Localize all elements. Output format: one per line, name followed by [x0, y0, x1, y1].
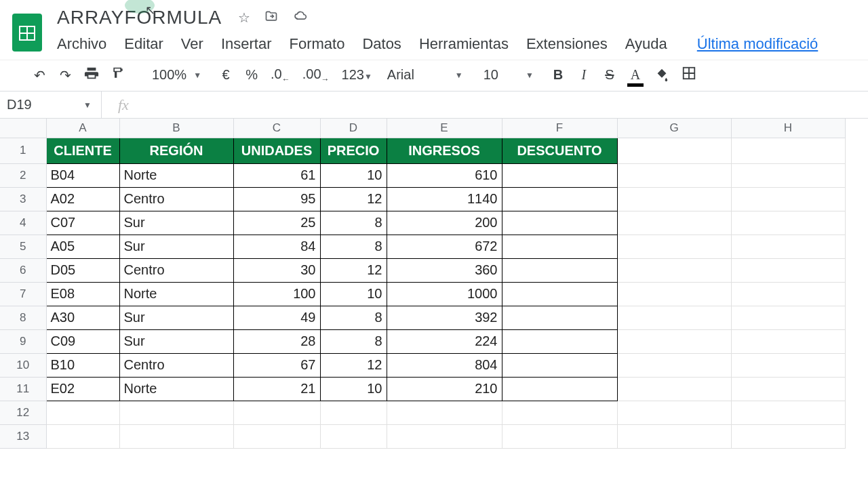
cell[interactable]: 61: [233, 163, 320, 187]
currency-format-button[interactable]: €: [219, 67, 233, 83]
cell[interactable]: B04: [46, 163, 119, 187]
menu-insertar[interactable]: Insertar: [221, 35, 272, 53]
row-header-8[interactable]: 8: [0, 306, 46, 329]
cell[interactable]: 8: [320, 329, 387, 353]
cell[interactable]: B10: [46, 353, 119, 377]
cell[interactable]: Sur: [119, 211, 233, 235]
cloud-status-icon[interactable]: [292, 9, 309, 26]
cell[interactable]: [387, 401, 502, 424]
cell[interactable]: 12: [320, 258, 387, 282]
cell[interactable]: Centro: [119, 187, 233, 211]
cell[interactable]: [731, 235, 845, 258]
cell[interactable]: 8: [320, 235, 387, 258]
cell[interactable]: E08: [46, 282, 119, 306]
cell[interactable]: Sur: [119, 235, 233, 258]
cell[interactable]: A05: [46, 235, 119, 258]
cell[interactable]: [617, 424, 731, 448]
cell[interactable]: 12: [320, 353, 387, 377]
cell[interactable]: [320, 424, 387, 448]
cell[interactable]: [617, 163, 731, 187]
cell[interactable]: 12: [320, 187, 387, 211]
header-b[interactable]: REGIÓN: [119, 138, 233, 163]
col-header-E[interactable]: E: [387, 119, 502, 138]
cell[interactable]: [617, 258, 731, 282]
header-f[interactable]: DESCUENTO: [502, 138, 617, 163]
cell[interactable]: [502, 187, 617, 211]
cell[interactable]: 804: [387, 353, 502, 377]
cell[interactable]: [233, 424, 320, 448]
row-header-4[interactable]: 4: [0, 211, 46, 235]
move-folder-icon[interactable]: [264, 9, 279, 26]
cell[interactable]: [731, 424, 845, 448]
fill-color-button[interactable]: [654, 68, 669, 83]
col-header-H[interactable]: H: [731, 119, 845, 138]
cell[interactable]: [502, 306, 617, 329]
cell[interactable]: 49: [233, 306, 320, 329]
text-color-button[interactable]: A: [629, 67, 642, 83]
spreadsheet-grid[interactable]: ABCDEFGH1CLIENTEREGIÓNUNIDADESPRECIOINGR…: [0, 119, 868, 449]
cell[interactable]: Norte: [119, 163, 233, 187]
font-select[interactable]: Arial ▼: [387, 67, 463, 83]
cell[interactable]: [46, 401, 119, 424]
cell[interactable]: 84: [233, 235, 320, 258]
cell[interactable]: [502, 353, 617, 377]
cell[interactable]: 30: [233, 258, 320, 282]
cell[interactable]: [502, 401, 617, 424]
menu-datos[interactable]: Datos: [362, 35, 401, 53]
bold-button[interactable]: B: [551, 67, 565, 83]
cell[interactable]: [233, 401, 320, 424]
cell[interactable]: [502, 424, 617, 448]
menu-ayuda[interactable]: Ayuda: [625, 35, 667, 53]
row-header-9[interactable]: 9: [0, 329, 46, 353]
row-header-1[interactable]: 1: [0, 138, 46, 163]
col-header-B[interactable]: B: [119, 119, 233, 138]
cell[interactable]: Norte: [119, 377, 233, 401]
col-header-F[interactable]: F: [502, 119, 617, 138]
increase-decimal-button[interactable]: .00→: [302, 66, 330, 84]
menu-ver[interactable]: Ver: [181, 35, 203, 53]
cell[interactable]: [617, 306, 731, 329]
menu-formato[interactable]: Formato: [289, 35, 344, 53]
cell[interactable]: [731, 282, 845, 306]
name-box[interactable]: D19 ▼: [0, 92, 102, 118]
row-header-7[interactable]: 7: [0, 282, 46, 306]
cell[interactable]: [731, 377, 845, 401]
last-modification-link[interactable]: Última modificació: [697, 35, 818, 53]
cell[interactable]: 100: [233, 282, 320, 306]
col-header-D[interactable]: D: [320, 119, 387, 138]
menu-editar[interactable]: Editar: [124, 35, 163, 53]
undo-button[interactable]: ↶: [33, 67, 46, 83]
cell[interactable]: [731, 163, 845, 187]
row-header-5[interactable]: 5: [0, 235, 46, 258]
paint-format-button[interactable]: [111, 66, 125, 84]
cell[interactable]: [502, 329, 617, 353]
header-e[interactable]: INGRESOS: [387, 138, 502, 163]
cell[interactable]: 67: [233, 353, 320, 377]
cell[interactable]: 672: [387, 235, 502, 258]
cell[interactable]: A02: [46, 187, 119, 211]
zoom-select[interactable]: 100% ▼: [152, 67, 201, 83]
cell[interactable]: [46, 424, 119, 448]
cell[interactable]: [119, 401, 233, 424]
cell[interactable]: [731, 306, 845, 329]
percent-format-button[interactable]: %: [245, 67, 258, 83]
cell[interactable]: [617, 353, 731, 377]
header-c[interactable]: UNIDADES: [233, 138, 320, 163]
cell[interactable]: [320, 401, 387, 424]
cell[interactable]: [731, 187, 845, 211]
borders-button[interactable]: [682, 66, 696, 84]
cell[interactable]: Norte: [119, 282, 233, 306]
cell[interactable]: [617, 235, 731, 258]
cell[interactable]: [617, 401, 731, 424]
col-header-C[interactable]: C: [233, 119, 320, 138]
cell[interactable]: C09: [46, 329, 119, 353]
cell[interactable]: Sur: [119, 306, 233, 329]
cell[interactable]: [731, 138, 845, 163]
row-header-6[interactable]: 6: [0, 258, 46, 282]
cell[interactable]: [387, 424, 502, 448]
cell[interactable]: [731, 329, 845, 353]
cell[interactable]: 360: [387, 258, 502, 282]
cell[interactable]: [502, 282, 617, 306]
cell[interactable]: [119, 424, 233, 448]
cell[interactable]: 1140: [387, 187, 502, 211]
